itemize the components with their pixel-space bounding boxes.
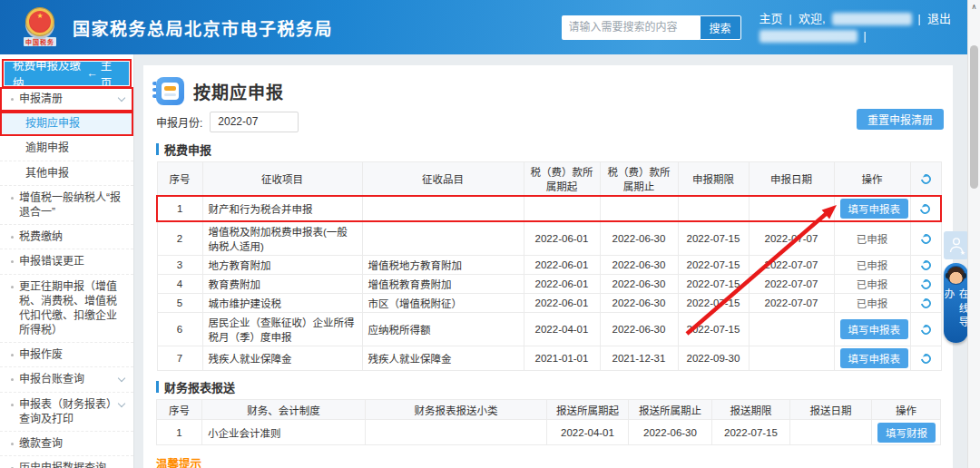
status-declared: 已申报 [857,234,888,245]
tips-section: 温馨提示 1、如近期发生税费种认定、纳税人资格、备案等税务事项变动，页面展现信息… [156,454,940,468]
sidebar-item-payment-query[interactable]: 缴款查询 [0,432,133,456]
col-accounting-system: 财务、会计制度 [202,400,366,420]
sidebar-item-declaration-ledger-query[interactable]: 申报台账查询 [0,367,133,392]
sidebar: 税费申报及缴纳 ← 主页 申报清册 按期应申报 逾期申报 其他申报 [0,54,134,468]
refresh-icon[interactable] [918,172,932,186]
search-box: 搜索 [562,15,741,40]
tips-title: 温馨提示 [156,454,940,468]
col-action: 操作 [872,400,941,420]
col-deadline: 报送期限 [712,400,790,420]
declaration-month-input[interactable] [210,112,299,132]
sidebar-item-overdue-declaration[interactable]: 逾期申报 [0,136,133,161]
cell-deadline: 2022-07-15 [678,275,749,294]
refresh-icon[interactable] [918,297,932,310]
cell-date: 2022-07-07 [749,275,834,294]
sidebar-item-correct-past-declaration[interactable]: 更正往期申报（增值税、消费税、增值税代扣代缴、扣缴企业所得税） [0,275,133,344]
col-levy-subitem: 征收品目 [362,162,524,197]
cell-period-start: 2022-06-01 [524,256,600,275]
bullet-icon [11,260,14,263]
sidebar-item-periodic-declaration[interactable]: 按期应申报 [0,112,133,136]
sidebar-item-label: 申报台账查询 [19,372,84,386]
sidebar-item-other-declaration[interactable]: 其他申报 [0,161,133,186]
online-guide-label: 在线导办 [942,288,971,343]
col-deadline: 申报期限 [678,162,749,197]
refresh-icon[interactable] [918,278,932,291]
back-arrow-icon: ← [86,67,98,80]
fill-declaration-form-button[interactable]: 填写申报表 [840,348,909,368]
table-row: 7 残疾人就业保障金 残疾人就业保障金 2021-01-01 2021-12-3… [157,346,941,371]
cell-deadline [678,196,749,221]
col-action: 操作 [834,162,910,197]
fill-declaration-form-button[interactable]: 填写申报表 [840,319,909,339]
col-no: 序号 [157,400,202,420]
cell-period-end: 2022-06-30 [600,294,678,313]
cell-period-start: 2022-06-01 [524,275,600,294]
cell-date: 2022-07-07 [749,256,834,275]
cell-period-start [524,196,600,221]
page-title: 按期应申报 [193,79,284,103]
search-button[interactable]: 搜索 [700,15,741,40]
sidebar-item-label: 申报作废 [19,347,63,362]
month-label: 申报月份: [156,114,202,130]
star-icon: ★ [960,249,965,257]
sidebar-item-label: 申报错误更正 [19,254,84,268]
bullet-icon [11,197,14,200]
cell-deadline: 2022-07-15 [712,420,790,445]
cell-period-start: 2021-01-01 [524,346,600,371]
customer-service-avatar-icon [946,266,965,285]
separator: | [864,27,867,44]
sidebar-item-declaration-void[interactable]: 申报作废 [0,343,133,367]
logout-link[interactable]: 退出 [927,10,951,27]
cell-no: 3 [157,256,202,275]
status-declared: 已申报 [857,260,888,271]
sidebar-item-statement-query-print[interactable]: 申报表（财务报表）查询及打印 [0,393,133,432]
site-title: 国家税务总局北京市电子税务局 [73,15,333,40]
refresh-icon[interactable] [918,258,932,272]
fill-finance-report-button[interactable]: 填写财报 [877,423,936,443]
table-row: 1 财产和行为税合并申报 填写申报表 [157,196,941,221]
refresh-icon[interactable] [918,352,932,366]
online-guide-widget[interactable]: 在线导办 [944,263,968,343]
col-period-start: 税（费）款所属期起 [524,162,600,197]
cell-period-start: 2022-04-01 [524,313,600,346]
sidebar-item-label: 增值税一般纳税人“报退合一” [19,190,126,219]
header-right: 搜索 主页 | 欢迎, | 退出 | [562,10,951,44]
back-home-link[interactable]: ← 主页 [86,56,121,91]
sidebar-item-vat-general-taxpayer[interactable]: 增值税一般纳税人“报退合一” [0,186,133,225]
sidebar-item-label: 其他申报 [25,166,69,180]
search-input[interactable] [562,15,700,40]
page-scrollbar[interactable]: ∧ [967,0,980,468]
col-period-start: 报送所属期起 [547,400,629,420]
reset-declaration-list-button[interactable]: 重置申报清册 [857,109,944,130]
sidebar-item-label: 税费缴纳 [19,229,63,244]
scrollbar-thumb[interactable] [970,45,978,189]
cell-levy-item: 财产和行为税合并申报 [202,196,362,221]
finance-report-table: 序号 财务、会计制度 财务报表报送小类 报送所属期起 报送所属期止 报送期限 报… [156,399,941,445]
finance-report-section-title: 财务报表报送 [156,379,940,395]
sidebar-item-label: 逾期申报 [25,141,69,155]
sidebar-item-history-declaration-query[interactable]: 历史申报数据查询 [0,456,133,468]
sidebar-item-tax-payment[interactable]: 税费缴纳 [0,225,133,249]
chevron-down-icon [118,94,125,102]
cell-deadline: 2022-07-15 [678,256,749,275]
scroll-up-arrow[interactable]: ∧ [968,0,980,14]
cell-date [749,346,834,371]
table-row: 6 居民企业（查账征收）企业所得税月（季）度申报 应纳税所得额 2022-04-… [157,313,941,346]
user-favorite-widget[interactable]: ★ [944,231,968,259]
col-levy-item: 征收项目 [202,162,362,197]
cell-levy-item: 增值税及附加税费申报表(一般纳税人适用) [202,221,362,256]
home-link[interactable]: 主页 [760,10,783,27]
cell-levy-subitem: 增值税教育费附加 [362,275,524,294]
refresh-icon[interactable] [918,202,932,216]
fill-declaration-form-button[interactable]: 填写申报表 [840,199,909,219]
col-report-subclass: 财务报表报送小类 [366,400,547,420]
sidebar-item-declaration-list[interactable]: 申报清册 [0,87,133,112]
cell-date [749,196,834,221]
page: 中国税务 国家税务总局北京市电子税务局 搜索 主页 | 欢迎, | 退出 [0,0,980,468]
cell-date [749,313,834,346]
sidebar-header-tax-declaration-payment[interactable]: 税费申报及缴纳 ← 主页 [5,62,129,85]
refresh-icon[interactable] [918,323,932,336]
sidebar-item-declaration-error-correction[interactable]: 申报错误更正 [0,249,133,274]
refresh-icon[interactable] [918,232,932,246]
separator: | [918,10,921,27]
